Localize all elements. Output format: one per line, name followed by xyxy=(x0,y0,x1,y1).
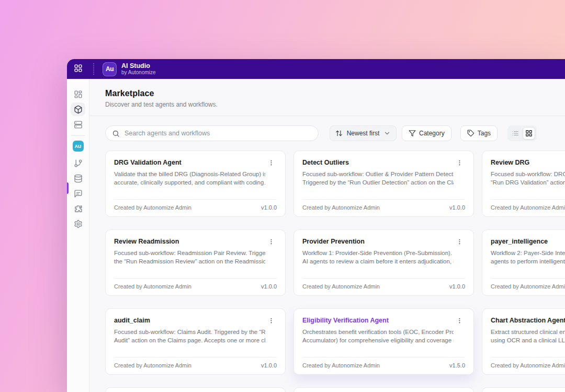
category-filter-button[interactable]: Category xyxy=(402,125,451,141)
agent-card-description: Workflow 2: Payer-Side Intelligence (Pos… xyxy=(491,249,565,266)
agent-card-title[interactable]: payer_intelligence xyxy=(491,237,565,246)
card-version-badge: v1.0.0 xyxy=(261,204,277,211)
search-icon xyxy=(112,130,120,137)
grid-view-button[interactable] xyxy=(523,127,535,140)
search-input[interactable] xyxy=(125,130,312,137)
view-toggle xyxy=(507,125,537,141)
agent-card-title[interactable]: audit_claim xyxy=(114,316,265,325)
card-menu-button[interactable] xyxy=(454,237,465,249)
card-menu-button[interactable] xyxy=(265,316,277,328)
agent-card-title[interactable]: Eligibility Verification Agent xyxy=(302,316,454,325)
search-box[interactable] xyxy=(105,125,319,141)
agent-card-description: Orchestrates benefit verification tools … xyxy=(302,328,454,344)
agent-card-description-line1: Workflow 2: Payer-Side Intelligence (Pos… xyxy=(491,249,565,257)
card-version-badge: v1.5.0 xyxy=(449,362,465,368)
card-menu-button[interactable] xyxy=(454,316,465,328)
brand: Au AI Studio by Autonomize xyxy=(103,62,156,76)
agent-card[interactable]: audit_claim Focused sub-workflow: Claims… xyxy=(105,308,286,375)
sidebar-item-dashboard[interactable] xyxy=(71,87,85,101)
app-byline: by Autonomize xyxy=(121,70,156,76)
agent-card[interactable]: Review DRG Focused sub-workflow: DRG Cli… xyxy=(482,151,565,217)
agent-card-title[interactable]: Review Readmission xyxy=(114,237,265,246)
agent-card-partial[interactable] xyxy=(293,387,474,392)
card-version-badge: v1.0.0 xyxy=(261,283,277,290)
puzzle-icon xyxy=(74,204,83,213)
agent-card[interactable]: Provider Prevention Workflow 1: Provider… xyxy=(293,229,474,296)
agent-card-title[interactable]: Review DRG xyxy=(491,158,565,167)
kebab-menu-icon xyxy=(268,317,275,324)
waffle-grid-icon xyxy=(74,64,83,73)
agent-card-title[interactable]: Chart Abstraction Agent xyxy=(491,316,565,325)
active-item-indicator xyxy=(67,182,69,194)
card-menu-button[interactable] xyxy=(265,158,277,170)
sidebar-item-conversations[interactable] xyxy=(71,187,85,200)
agent-card-partial[interactable] xyxy=(105,387,286,392)
card-menu-button[interactable] xyxy=(265,237,277,249)
agent-card-description: Focused sub-workflow: Outlier & Provider… xyxy=(302,170,454,187)
tags-filter-button[interactable]: Tags xyxy=(460,125,498,141)
agent-card-description-line2: AI agents to review a claim before it en… xyxy=(302,257,454,266)
card-version-badge: v1.0.0 xyxy=(261,362,277,368)
agent-card-description-line1: Orchestrates benefit verification tools … xyxy=(302,328,454,336)
dashboard-grid-icon xyxy=(74,90,83,99)
sidebar: AU xyxy=(67,79,89,392)
server-rows-icon xyxy=(74,120,83,129)
git-branch-icon xyxy=(74,159,83,168)
agent-card-description: Focused sub-workflow: DRG Clinical Valid… xyxy=(491,170,565,187)
agent-card-title[interactable]: DRG Validation Agent xyxy=(114,158,265,167)
sidebar-item-integrations[interactable] xyxy=(71,202,85,215)
user-avatar[interactable]: AU xyxy=(73,141,84,152)
autonomize-logo-icon: Au xyxy=(103,62,117,76)
agent-card[interactable]: DRG Validation Agent Validate that the b… xyxy=(105,151,286,217)
card-menu-button[interactable] xyxy=(454,158,465,170)
agent-card[interactable]: Review Readmission Focused sub-workflow:… xyxy=(105,229,286,296)
card-grid-next-row xyxy=(105,387,565,392)
chat-icon xyxy=(74,189,83,198)
app-launcher-button[interactable] xyxy=(71,62,86,75)
agent-card-description: Extract structured clinical entities fro… xyxy=(491,328,565,344)
agent-card-description-line1: Focused sub-workflow: Outlier & Provider… xyxy=(302,170,454,178)
agent-card-description-line1: Extract structured clinical entities fro… xyxy=(491,328,565,336)
page-subtitle: Discover and test agents and workflows. xyxy=(105,101,565,108)
agent-card-title[interactable]: Detect Outliers xyxy=(302,158,454,167)
sidebar-item-settings[interactable] xyxy=(71,217,85,230)
sort-selected-value: Newest first xyxy=(343,130,383,137)
sidebar-item-marketplace[interactable] xyxy=(71,102,85,116)
kebab-menu-icon xyxy=(268,159,275,166)
agent-card-partial[interactable] xyxy=(482,387,565,392)
tag-icon xyxy=(467,130,474,137)
sidebar-item-datasets[interactable] xyxy=(71,171,85,185)
page-title: Marketplace xyxy=(105,89,565,98)
agent-card-description-line1: Focused sub-workflow: DRG Clinical Valid… xyxy=(491,170,565,178)
tags-filter-label: Tags xyxy=(478,130,491,137)
card-created-by: Created by Autonomize Admin xyxy=(114,362,191,368)
grid-view-icon xyxy=(525,130,533,137)
card-created-by: Created by Autonomize Admin xyxy=(491,283,565,290)
agent-card[interactable]: payer_intelligence Workflow 2: Payer-Sid… xyxy=(482,229,565,296)
kebab-menu-icon xyxy=(456,159,463,166)
agent-card-description-line2: accurate, clinically supported, and comp… xyxy=(114,178,265,187)
agent-card[interactable]: Detect Outliers Focused sub-workflow: Ou… xyxy=(293,151,474,217)
list-view-button[interactable] xyxy=(509,127,522,140)
sidebar-item-workflows[interactable] xyxy=(71,118,85,131)
card-version-badge: v1.0.0 xyxy=(449,204,465,211)
agent-card[interactable]: Chart Abstraction Agent Extract structur… xyxy=(482,308,565,375)
agent-card-description-line2: the “Run Readmission Review” action on t… xyxy=(114,257,265,266)
toolbar: Newest first Category Tags xyxy=(105,125,565,141)
agent-card-description-line1: Workflow 1: Provider-Side Prevention (Pr… xyxy=(302,249,454,257)
agent-card-description: Focused sub-workflow: Readmission Pair R… xyxy=(114,249,265,266)
card-version-badge: v1.0.0 xyxy=(449,283,465,290)
sort-dropdown[interactable]: Newest first xyxy=(330,125,397,141)
sidebar-item-branches[interactable] xyxy=(71,156,85,170)
agent-card-title[interactable]: Provider Prevention xyxy=(302,237,454,246)
card-created-by: Created by Autonomize Admin xyxy=(302,283,380,290)
database-icon xyxy=(74,174,83,183)
card-created-by: Created by Autonomize Admin xyxy=(302,362,380,368)
list-view-icon xyxy=(512,130,519,137)
agent-card[interactable]: Eligibility Verification Agent Orchestra… xyxy=(293,308,474,375)
card-created-by: Created by Autonomize Admin xyxy=(114,283,191,290)
agent-card-description-line2: Accumulator) for comprehensive eligibili… xyxy=(302,336,454,344)
chevron-down-icon xyxy=(383,130,391,137)
funnel-icon xyxy=(409,130,416,137)
agent-card-description: Workflow 1: Provider-Side Prevention (Pr… xyxy=(302,249,454,266)
